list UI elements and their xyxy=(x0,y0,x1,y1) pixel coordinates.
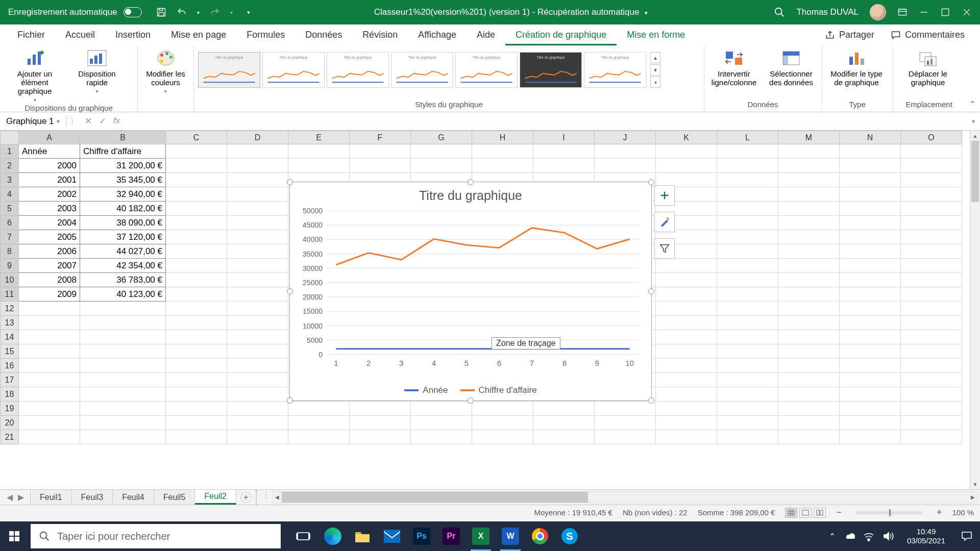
row-header-9[interactable]: 9 xyxy=(1,259,19,273)
cell-F21[interactable] xyxy=(350,430,411,444)
cell-D13[interactable] xyxy=(227,316,288,330)
scroll-down-icon[interactable]: ▼ xyxy=(970,479,980,489)
cell-I21[interactable] xyxy=(533,430,595,444)
cell-N1[interactable] xyxy=(840,144,901,159)
cell-C15[interactable] xyxy=(166,344,227,359)
cell-D14[interactable] xyxy=(227,330,288,344)
cell-O9[interactable] xyxy=(901,259,962,273)
cell-H20[interactable] xyxy=(472,416,533,430)
row-header-6[interactable]: 6 xyxy=(1,216,19,230)
cell-I19[interactable] xyxy=(533,402,595,416)
cell-I20[interactable] xyxy=(533,416,595,430)
cell-B5[interactable]: 40 182,00 € xyxy=(80,202,166,216)
cell-O2[interactable] xyxy=(901,159,962,173)
autosave-toggle[interactable] xyxy=(124,7,142,17)
cell-J1[interactable] xyxy=(595,144,656,159)
cell-K2[interactable] xyxy=(656,159,717,173)
taskbar-word[interactable]: W xyxy=(496,521,525,551)
cell-M12[interactable] xyxy=(778,302,840,316)
tray-overflow-icon[interactable]: ⌃ xyxy=(829,532,836,541)
chart-elements-button[interactable] xyxy=(654,185,675,206)
resize-handle[interactable] xyxy=(468,179,474,185)
cell-O17[interactable] xyxy=(901,373,962,387)
row-header-5[interactable]: 5 xyxy=(1,202,19,216)
cell-B21[interactable] xyxy=(80,430,166,444)
scrollbar-thumb[interactable] xyxy=(971,141,979,202)
cell-C12[interactable] xyxy=(166,302,227,316)
col-header-E[interactable]: E xyxy=(288,131,350,144)
cell-K1[interactable] xyxy=(656,144,717,159)
tab-view[interactable]: Affichage xyxy=(408,24,467,45)
taskbar-excel[interactable]: X xyxy=(467,521,495,551)
chart-style-5[interactable]: Titre du graphique xyxy=(455,52,518,88)
cell-D2[interactable] xyxy=(227,159,288,173)
switch-row-column-button[interactable]: Intervertir ligne/colonne xyxy=(708,49,760,87)
cell-O1[interactable] xyxy=(901,144,962,159)
share-button[interactable]: Partager xyxy=(817,30,883,40)
row-header-3[interactable]: 3 xyxy=(1,173,19,187)
cell-M10[interactable] xyxy=(778,273,840,287)
cell-E1[interactable] xyxy=(288,144,350,159)
cell-N17[interactable] xyxy=(840,373,901,387)
cell-C6[interactable] xyxy=(166,216,227,230)
cell-K14[interactable] xyxy=(656,330,717,344)
tab-help[interactable]: Aide xyxy=(467,24,505,45)
fx-icon[interactable]: fx xyxy=(113,116,120,127)
cell-K11[interactable] xyxy=(656,287,717,302)
row-header-13[interactable]: 13 xyxy=(1,316,19,330)
tab-file[interactable]: Fichier xyxy=(7,24,55,45)
cell-M9[interactable] xyxy=(778,259,840,273)
cell-N16[interactable] xyxy=(840,359,901,373)
collapse-ribbon-icon[interactable]: ⌃ xyxy=(965,46,980,112)
cell-A20[interactable] xyxy=(19,416,80,430)
taskbar-mail[interactable] xyxy=(378,521,406,551)
cell-J2[interactable] xyxy=(595,159,656,173)
cell-M8[interactable] xyxy=(778,244,840,259)
cell-J20[interactable] xyxy=(595,416,656,430)
col-header-C[interactable]: C xyxy=(166,131,227,144)
cell-C3[interactable] xyxy=(166,173,227,187)
next-sheet-icon[interactable]: ▶ xyxy=(18,492,24,502)
cell-F20[interactable] xyxy=(350,416,411,430)
cell-A7[interactable]: 2005 xyxy=(19,230,80,244)
cell-L12[interactable] xyxy=(717,302,778,316)
cell-G21[interactable] xyxy=(411,430,472,444)
row-header-8[interactable]: 8 xyxy=(1,244,19,259)
hscroll-thumb[interactable] xyxy=(282,492,588,503)
cell-K19[interactable] xyxy=(656,402,717,416)
select-data-button[interactable]: Sélectionner des données xyxy=(766,49,817,87)
row-header-17[interactable]: 17 xyxy=(1,373,19,387)
cell-M20[interactable] xyxy=(778,416,840,430)
cell-B15[interactable] xyxy=(80,344,166,359)
cell-B1[interactable]: Chiffre d'affaire xyxy=(80,144,166,159)
cell-C7[interactable] xyxy=(166,230,227,244)
cell-M3[interactable] xyxy=(778,173,840,187)
view-page-layout-button[interactable] xyxy=(799,508,812,518)
taskbar-explorer[interactable] xyxy=(348,521,377,551)
row-header-19[interactable]: 19 xyxy=(1,402,19,416)
cell-O21[interactable] xyxy=(901,430,962,444)
cell-E19[interactable] xyxy=(288,402,350,416)
cell-L16[interactable] xyxy=(717,359,778,373)
tab-chart-design[interactable]: Création de graphique xyxy=(505,24,617,45)
cell-A5[interactable]: 2003 xyxy=(19,202,80,216)
cell-C9[interactable] xyxy=(166,259,227,273)
cell-D15[interactable] xyxy=(227,344,288,359)
col-header-M[interactable]: M xyxy=(778,131,840,144)
resize-handle[interactable] xyxy=(287,288,293,294)
cell-B17[interactable] xyxy=(80,373,166,387)
cell-L2[interactable] xyxy=(717,159,778,173)
cell-K15[interactable] xyxy=(656,344,717,359)
taskbar-premiere[interactable]: Pr xyxy=(437,521,465,551)
taskbar-photoshop[interactable]: Ps xyxy=(407,521,436,551)
chart-style-1[interactable]: Titre du graphique xyxy=(198,52,260,88)
cell-L18[interactable] xyxy=(717,387,778,402)
cell-K17[interactable] xyxy=(656,373,717,387)
cell-G20[interactable] xyxy=(411,416,472,430)
col-header-L[interactable]: L xyxy=(717,131,778,144)
cell-M14[interactable] xyxy=(778,330,840,344)
cell-A6[interactable]: 2004 xyxy=(19,216,80,230)
chart-filters-button[interactable] xyxy=(654,238,675,259)
cell-B20[interactable] xyxy=(80,416,166,430)
cell-A2[interactable]: 2000 xyxy=(19,159,80,173)
